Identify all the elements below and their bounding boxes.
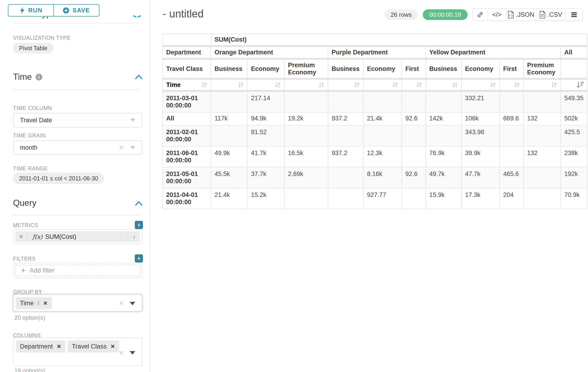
sort-cell[interactable] (426, 79, 462, 91)
sort-cell[interactable] (211, 79, 248, 91)
token-label: Time (20, 300, 34, 307)
sort-cell[interactable] (328, 79, 364, 91)
section-divider (13, 215, 140, 216)
sort-icon[interactable] (237, 81, 245, 89)
sort-cell[interactable] (561, 79, 587, 91)
pivot-cell: 39.9k (462, 146, 500, 167)
token-pill[interactable]: Department✕ (16, 340, 65, 352)
pivot-cell (500, 91, 524, 112)
time-grain-select[interactable]: month ✕ (13, 140, 142, 155)
row-label: 2011-06-01 00:00:00 (163, 146, 211, 167)
chevron-up-icon[interactable] (135, 74, 143, 80)
remove-metric-icon[interactable]: ✕ (15, 231, 27, 242)
embed-code-button[interactable]: </> (488, 9, 506, 21)
sort-icon[interactable] (513, 81, 521, 89)
sort-descending-icon[interactable] (577, 81, 585, 89)
row-count-badge: 26 rows (384, 9, 418, 20)
clear-icon[interactable]: ✕ (119, 299, 124, 307)
pivot-cell: 117k (211, 112, 248, 125)
sort-icon[interactable] (274, 81, 282, 89)
remove-token-icon[interactable]: ✕ (110, 343, 115, 350)
token-label: Department (20, 343, 53, 350)
clear-icon[interactable]: ✕ (119, 144, 124, 152)
sort-cell[interactable] (500, 79, 524, 91)
hamburger-menu-icon (571, 12, 577, 17)
time-axis-label: Time (163, 79, 211, 91)
remove-token-icon[interactable]: ✕ (43, 300, 47, 307)
sort-cell[interactable] (462, 79, 500, 91)
add-filter-dropzone[interactable]: + Add filter (15, 265, 140, 276)
query-section-header[interactable]: Query (13, 198, 36, 208)
time-column-label: TIME COLUMN (13, 105, 52, 111)
sort-icon[interactable] (353, 81, 361, 89)
pivot-cell (426, 91, 462, 112)
sort-icon[interactable] (451, 81, 459, 89)
add-metric-button[interactable]: + (135, 221, 143, 229)
control-panel-sidebar: Chart Type RUN SAVE VISUALIZATION TYPE P… (0, 0, 150, 372)
sort-icon[interactable] (550, 81, 558, 89)
pivot-cell: 217.14 (248, 91, 284, 112)
chevron-right-icon[interactable]: › (128, 231, 140, 242)
pivot-cell (211, 125, 248, 146)
time-grain-label: TIME GRAIN (13, 133, 46, 139)
sort-cell[interactable] (524, 79, 561, 91)
viz-type-pill[interactable]: Pivot Table (13, 43, 53, 53)
export-csv-button[interactable]: .CSV (536, 9, 565, 21)
pivot-cell: 132 (524, 112, 561, 125)
clear-icon[interactable]: ✕ (119, 349, 124, 357)
section-divider (13, 89, 140, 90)
pivot-cell (402, 146, 426, 167)
sort-icon[interactable] (200, 81, 208, 89)
pivot-table: SUM(Cost)DepartmentOrange DepartmentPurp… (162, 33, 588, 210)
token-pill[interactable]: Travel Class✕ (68, 340, 119, 352)
sort-cell[interactable] (402, 79, 426, 91)
table-row: 2011-02-01 00:00:0081.52343.98425.5 (163, 125, 587, 146)
pivot-cell (211, 91, 248, 112)
sort-icon[interactable] (489, 81, 497, 89)
file-lines-icon (539, 11, 546, 18)
time-section-header[interactable]: Time i (13, 72, 42, 82)
menu-button[interactable] (565, 9, 582, 21)
time-column-select[interactable]: Travel Date (13, 113, 142, 128)
row-label: All (163, 112, 211, 125)
save-button[interactable]: SAVE (53, 4, 99, 17)
sort-icon[interactable] (317, 81, 325, 89)
pivot-cell: 41.7k (248, 146, 284, 167)
row-label: 2011-03-01 00:00:00 (163, 91, 211, 112)
pivot-cell: 937.2 (328, 146, 364, 167)
remove-token-icon[interactable]: ✕ (57, 343, 61, 350)
section-divider (13, 23, 140, 23)
sort-icon[interactable] (415, 81, 423, 89)
chart-title[interactable]: - untitled (163, 7, 204, 20)
add-filter-button[interactable]: + (135, 254, 143, 263)
travel-class-header: Economy (364, 59, 402, 79)
group-by-select[interactable]: Timei✕ ✕ (13, 294, 142, 312)
pivot-cell: 16.5k (284, 146, 328, 167)
filters-control: + Add filter (13, 263, 142, 278)
sort-cell[interactable] (284, 79, 328, 91)
result-badges: 26 rows 00:00:00.18 </> .JSON .CSV (384, 8, 583, 21)
metric-pill[interactable]: ✕ ƒ(x) SUM(Cost) › (15, 231, 140, 242)
time-range-label: TIME RANGE (13, 166, 48, 172)
pivot-cell: 81.52 (248, 125, 284, 146)
group-by-options-hint: 20 option(s) (14, 314, 45, 321)
sort-cell[interactable] (248, 79, 284, 91)
pivot-cell: 76.9k (426, 146, 462, 167)
pivot-cell: 106k (462, 112, 500, 125)
department-group-header: All (561, 46, 587, 59)
travel-class-header: Business (328, 59, 364, 79)
run-button[interactable]: RUN (8, 4, 54, 17)
pivot-cell (500, 125, 524, 146)
pivot-cell (328, 167, 364, 188)
columns-select[interactable]: Department✕Travel Class✕ ✕ (13, 338, 142, 366)
pivot-cell: 549.35 (561, 91, 587, 112)
time-range-pill[interactable]: 2011-01-01 ≤ col < 2011-06-30 (13, 172, 104, 184)
travel-class-header: Economy (462, 59, 500, 79)
copy-link-button[interactable] (473, 9, 488, 21)
sort-icon[interactable] (391, 81, 399, 89)
export-json-button[interactable]: .JSON (506, 9, 536, 21)
chevron-up-icon[interactable] (135, 201, 143, 206)
sort-cell[interactable] (364, 79, 402, 91)
token-pill[interactable]: Timei✕ (16, 297, 52, 309)
file-code-icon (508, 11, 514, 18)
